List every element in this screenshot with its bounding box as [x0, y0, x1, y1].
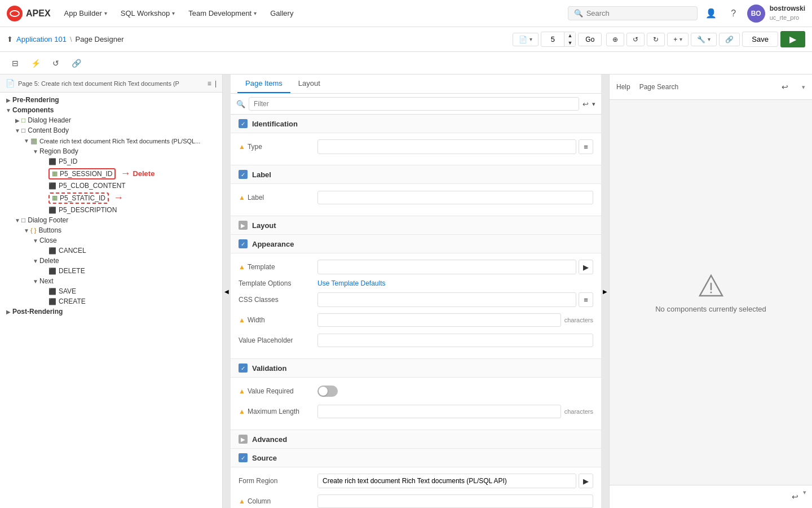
right-panel-back-icon[interactable]: ↩ [777, 79, 793, 95]
help-icon[interactable]: ? [725, 5, 743, 23]
nav-gallery[interactable]: Gallery [266, 7, 298, 20]
column-warn-icon: ▲ [239, 497, 245, 505]
apex-logo[interactable]: APEX [7, 6, 51, 21]
search-input[interactable] [586, 9, 691, 17]
max-length-input[interactable] [317, 405, 561, 418]
tree-item-cancel[interactable]: ⬛ CANCEL [0, 246, 222, 256]
css-classes-input[interactable] [317, 292, 576, 307]
dialog-header-toggle-icon[interactable]: ▶ [14, 117, 21, 124]
tree-item-buttons[interactable]: ▼ { } Buttons [0, 225, 222, 235]
next-toggle-icon[interactable]: ▼ [32, 278, 39, 284]
run-button[interactable]: ▶ [780, 31, 805, 47]
css-classes-icon[interactable]: ≡ [579, 292, 593, 307]
form-region-nav-icon[interactable]: ▶ [579, 474, 593, 488]
dialog-footer-toggle-icon[interactable]: ▼ [14, 217, 21, 224]
notifications-icon[interactable]: 👤 [702, 5, 720, 23]
delete-annotation: Delete [133, 169, 155, 178]
section-validation[interactable]: ✓ Validation [231, 359, 601, 378]
page-doc-btn[interactable]: 📄 ▾ [513, 33, 539, 46]
content-body-toggle-icon[interactable]: ▼ [14, 128, 21, 134]
tree-item-components[interactable]: ▼ Components [0, 105, 222, 115]
refresh-icon[interactable]: ↺ [47, 55, 64, 72]
section-layout[interactable]: ▶ Layout [231, 216, 601, 235]
region-toggle-icon[interactable]: ▼ [23, 138, 30, 144]
buttons-toggle-icon[interactable]: ▼ [23, 227, 30, 234]
nav-team-development[interactable]: Team Development ▾ [184, 7, 261, 20]
copy-btn[interactable]: ⊕ [606, 33, 624, 46]
column-select[interactable] [317, 494, 593, 508]
tree-item-pre-rendering[interactable]: ▶ Pre-Rendering [0, 95, 222, 105]
type-select[interactable] [317, 139, 576, 154]
width-input[interactable] [317, 313, 561, 327]
filter-options-icon[interactable]: ↩ [582, 100, 589, 108]
filter-input[interactable] [249, 97, 579, 111]
components-toggle-icon[interactable]: ▼ [5, 107, 12, 113]
tab-layout[interactable]: Layout [290, 75, 328, 93]
template-nav-icon[interactable]: ▶ [579, 260, 593, 274]
tree-item-p5-clob-content[interactable]: ⬛ P5_CLOB_CONTENT [0, 181, 222, 191]
tree-item-create-btn[interactable]: ⬛ CREATE [0, 296, 222, 306]
tree-item-next[interactable]: ▼ Next [0, 276, 222, 286]
section-source[interactable]: ✓ Source [231, 449, 601, 467]
page-num-up-arrow[interactable]: ▲ [564, 32, 575, 40]
tree-item-region-body[interactable]: ▼ Region Body [0, 146, 222, 156]
page-num-down-arrow[interactable]: ▼ [564, 40, 575, 47]
plus-btn[interactable]: + ▾ [667, 33, 689, 46]
value-placeholder-input[interactable] [317, 334, 593, 347]
template-options-link[interactable]: Use Template Defaults [317, 279, 593, 287]
tab-page-items[interactable]: Page Items [237, 75, 290, 93]
page-search-link[interactable]: Page Search [639, 83, 678, 91]
lightning-icon[interactable]: ⚡ [27, 55, 44, 72]
share-btn[interactable]: 🔗 [719, 33, 740, 46]
tree-item-delete-group[interactable]: ▼ Delete [0, 256, 222, 266]
collapse-left-btn[interactable]: ◀ [223, 75, 231, 508]
section-appearance[interactable]: ✓ Appearance [231, 235, 601, 253]
tree-item-p5-id[interactable]: ⬛ P5_ID [0, 156, 222, 167]
region-body-toggle-icon[interactable]: ▼ [32, 148, 39, 155]
tree-item-content-body[interactable]: ▼ □ Content Body [0, 125, 222, 135]
collapse-right-btn[interactable]: ▶ [601, 75, 609, 508]
tree-item-save-btn[interactable]: ⬛ SAVE [0, 286, 222, 296]
filter-chevron-icon[interactable]: ▾ [592, 100, 595, 108]
section-advanced[interactable]: ▶ Advanced [231, 430, 601, 449]
nav-app-builder[interactable]: App Builder ▾ [60, 7, 112, 20]
right-bottom-arrow-icon[interactable]: ↩ [787, 489, 803, 505]
help-link[interactable]: Help [616, 83, 630, 91]
dialog-header-icon: □ [21, 116, 25, 124]
undo-btn[interactable]: ↺ [626, 33, 645, 46]
delete-group-toggle-icon[interactable]: ▼ [32, 258, 39, 264]
grid-view-icon[interactable]: ⊟ [7, 55, 24, 72]
tree-item-dialog-footer[interactable]: ▼ □ Dialog Footer [0, 215, 222, 225]
label-input[interactable] [317, 191, 593, 204]
tree-item-p5-description[interactable]: ⬛ P5_DESCRIPTION [0, 205, 222, 215]
type-list-icon[interactable]: ≡ [579, 139, 593, 154]
page-menu-icon[interactable]: ≡ [208, 80, 211, 87]
section-label[interactable]: ✓ Label [231, 165, 601, 184]
toolbar-page-controls: 📄 ▾ 5 ▲ ▼ Go [513, 32, 602, 47]
tree-item-close[interactable]: ▼ Close [0, 235, 222, 246]
tree-item-region[interactable]: ▼ ▦ Create rich text document Rich Text … [0, 135, 222, 146]
wrench-btn[interactable]: 🔧 ▾ [691, 33, 717, 46]
user-avatar[interactable]: BO [747, 5, 765, 23]
close-toggle-icon[interactable]: ▼ [32, 238, 39, 244]
tree-item-dialog-header[interactable]: ▶ □ Dialog Header [0, 115, 222, 125]
value-required-toggle[interactable] [317, 386, 338, 397]
go-button[interactable]: Go [578, 33, 602, 46]
tree-item-delete-btn[interactable]: ⬛ DELETE [0, 266, 222, 276]
form-region-select[interactable]: Create rich text document Rich Text docu… [317, 474, 576, 488]
tree-item-p5-static-id[interactable]: ▦ P5_STATIC_ID → [0, 191, 222, 205]
link-icon[interactable]: 🔗 [68, 55, 85, 72]
save-button[interactable]: Save [742, 32, 778, 47]
redo-btn[interactable]: ↻ [647, 33, 665, 46]
post-rendering-toggle-icon[interactable]: ▶ [5, 309, 12, 315]
tree-item-p5-session-id[interactable]: ▦ P5_SESSION_ID → Delete [0, 167, 222, 181]
search-box[interactable]: 🔍 [568, 6, 698, 20]
page-number-input[interactable]: 5 [541, 33, 564, 46]
template-select[interactable] [317, 260, 576, 274]
breadcrumb-app-link[interactable]: Application 101 [16, 35, 67, 43]
pre-rendering-toggle-icon[interactable]: ▶ [5, 97, 12, 103]
section-identification[interactable]: ✓ Identification [231, 115, 601, 133]
nav-sql-workshop[interactable]: SQL Workshop ▾ [116, 7, 179, 20]
page-pin-icon[interactable]: | [215, 80, 217, 87]
tree-item-post-rendering[interactable]: ▶ Post-Rendering [0, 306, 222, 317]
